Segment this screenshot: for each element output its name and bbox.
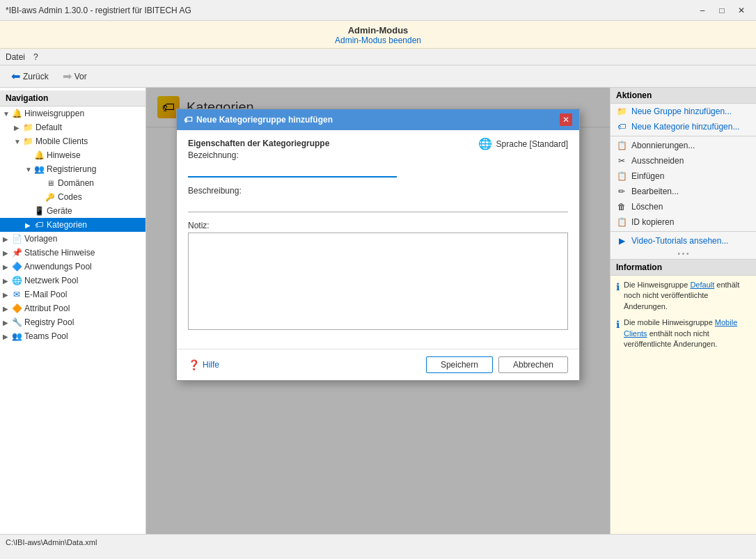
sidebar-item-email-pool[interactable]: ▶ ✉ E-Mail Pool — [0, 288, 145, 301]
sidebar-item-vorlagen[interactable]: ▶ 📄 Vorlagen — [0, 232, 145, 246]
action-subscriptions[interactable]: 📋 Abonnierungen... — [611, 138, 756, 153]
template-icon: 📄 — [11, 233, 22, 244]
group-icon: 👥 — [33, 164, 45, 175]
bezeichnung-input[interactable] — [188, 162, 397, 178]
sidebar: Navigation ▼ 🔔 Hinweisgruppen ▶ 📁 Defaul… — [0, 88, 146, 534]
pool-icon: 🔷 — [11, 261, 22, 272]
sidebar-item-label: Statische Hinweise — [24, 248, 95, 258]
info-link-default[interactable]: Default — [690, 281, 714, 289]
sidebar-item-label: Registry Pool — [24, 317, 74, 327]
admin-mode-link[interactable]: Admin-Modus beenden — [335, 36, 421, 45]
sidebar-item-domaenen[interactable]: ▶ 🖥 Domänen — [0, 176, 145, 190]
close-button[interactable]: ✕ — [732, 3, 750, 17]
sidebar-item-default[interactable]: ▶ 📁 Default — [0, 120, 145, 134]
modal-body: Eigenschaften der Kategoriegruppe 🌐 Spra… — [177, 130, 579, 349]
delete-icon: 🗑 — [616, 202, 627, 212]
sidebar-item-label: Netzwerk Pool — [24, 276, 78, 285]
sidebar-item-label: Codes — [58, 192, 82, 202]
tree-expand-icon: ▼ — [25, 166, 33, 173]
action-video-tutorials[interactable]: ▶ Video-Tutorials ansehen... — [611, 233, 756, 249]
action-label: Bearbeiten... — [631, 187, 679, 196]
help-link[interactable]: ❓ Hilfe — [188, 359, 219, 370]
static-icon: 📌 — [11, 247, 22, 258]
forward-button[interactable]: ➡ Vor — [57, 68, 93, 85]
info-icon-1: ℹ — [616, 281, 620, 312]
tree-expand-icon: ▶ — [3, 305, 11, 313]
info-text-1: Die Hinweisgruppe Default enthält noch n… — [624, 280, 750, 312]
sidebar-item-netzwerk-pool[interactable]: ▶ 🌐 Netzwerk Pool — [0, 274, 145, 288]
information-header: Information — [611, 260, 756, 276]
sidebar-item-geraete[interactable]: ▶ 📱 Geräte — [0, 204, 145, 218]
copy-id-icon: 📋 — [616, 217, 627, 227]
action-cut[interactable]: ✂ Ausschneiden — [611, 153, 756, 168]
registry-icon: 🔧 — [11, 317, 22, 328]
save-button[interactable]: Speichern — [426, 356, 493, 373]
action-paste[interactable]: 📋 Einfügen — [611, 168, 756, 184]
sidebar-item-codes[interactable]: ▶ 🔑 Codes — [0, 190, 145, 204]
sidebar-item-mobile-clients[interactable]: ▼ 📁 Mobile Clients — [0, 134, 145, 148]
notiz-textarea[interactable] — [188, 233, 568, 330]
minimize-button[interactable]: – — [693, 3, 711, 17]
new-group-icon: 📁 — [616, 107, 627, 116]
forward-arrow-icon: ➡ — [63, 70, 72, 83]
sidebar-item-hinweise[interactable]: ▶ 🔔 Hinweise — [0, 148, 145, 162]
back-button[interactable]: ⬅ Zurück — [6, 68, 54, 85]
modal-dialog: 🏷 Neue Kategoriegruppe hinzufügen ✕ Eige… — [176, 109, 580, 381]
beschreibung-input[interactable] — [188, 198, 568, 212]
back-arrow-icon: ⬅ — [11, 70, 20, 83]
title-bar: *IBI-aws Admin 1.30.0 - registriert für … — [0, 0, 756, 21]
modal-overlay: 🏷 Neue Kategoriegruppe hinzufügen ✕ Eige… — [146, 88, 610, 534]
info-link-mobile[interactable]: Mobile Clients — [624, 318, 737, 337]
content-area: 🏷 Kategorien 🏷 Neue Kategoriegruppe hinz… — [146, 88, 610, 534]
toolbar: ⬅ Zurück ➡ Vor — [0, 65, 756, 88]
action-label: Neue Kategorie hinzufügen... — [631, 122, 739, 132]
language-icon: 🌐 — [478, 137, 492, 150]
cancel-button[interactable]: Abbrechen — [498, 356, 568, 373]
info-icon-2: ℹ — [616, 318, 620, 349]
action-new-group[interactable]: 📁 Neue Gruppe hinzufügen... — [611, 104, 756, 119]
action-edit[interactable]: ✏ Bearbeiten... — [611, 184, 756, 199]
window-title: *IBI-aws Admin 1.30.0 - registriert für … — [6, 6, 191, 15]
window-controls: – □ ✕ — [693, 3, 750, 17]
codes-icon: 🔑 — [45, 191, 56, 203]
sidebar-item-registrierung[interactable]: ▼ 👥 Registrierung — [0, 162, 145, 176]
video-icon: ▶ — [616, 236, 627, 246]
sidebar-item-anwendungs-pool[interactable]: ▶ 🔷 Anwendungs Pool — [0, 260, 145, 274]
notiz-label: Notiz: — [188, 221, 568, 230]
sidebar-item-statische-hinweise[interactable]: ▶ 📌 Statische Hinweise — [0, 246, 145, 260]
modal-language[interactable]: 🌐 Sprache [Standard] — [478, 137, 568, 150]
maximize-button[interactable]: □ — [713, 3, 731, 17]
action-label: Löschen — [631, 202, 663, 212]
tree-expand-icon: ▶ — [14, 124, 22, 132]
folder-icon: 📁 — [22, 122, 33, 133]
tree-expand-icon: ▶ — [3, 291, 11, 299]
action-copy-id[interactable]: 📋 ID kopieren — [611, 214, 756, 230]
modal-close-button[interactable]: ✕ — [560, 113, 572, 126]
menu-help[interactable]: ? — [33, 52, 38, 62]
menu-datei[interactable]: Datei — [6, 52, 25, 62]
tree-expand-icon: ▶ — [3, 235, 11, 243]
main-layout: Navigation ▼ 🔔 Hinweisgruppen ▶ 📁 Defaul… — [0, 88, 756, 534]
sidebar-item-label: Default — [36, 123, 62, 132]
action-delete[interactable]: 🗑 Löschen — [611, 199, 756, 214]
info-item-default: ℹ Die Hinweisgruppe Default enthält noch… — [616, 280, 750, 312]
sidebar-item-label: E-Mail Pool — [24, 290, 67, 299]
admin-banner: Admin-Modus Admin-Modus beenden — [0, 21, 756, 49]
action-new-category[interactable]: 🏷 Neue Kategorie hinzufügen... — [611, 119, 756, 134]
sidebar-item-teams-pool[interactable]: ▶ 👥 Teams Pool — [0, 329, 145, 343]
tree-expand-icon: ▶ — [3, 319, 11, 326]
help-icon: ❓ — [188, 359, 200, 370]
beschreibung-label: Beschreibung: — [188, 186, 568, 196]
device-icon: 📱 — [33, 205, 45, 216]
tree-expand-icon: ▶ — [25, 207, 33, 215]
folder-icon: 📁 — [22, 136, 33, 147]
footer-buttons: Speichern Abbrechen — [426, 356, 568, 373]
sidebar-item-attribut-pool[interactable]: ▶ 🔶 Attribut Pool — [0, 301, 145, 315]
info-item-mobile: ℹ Die mobile Hinweisgruppe Mobile Client… — [616, 317, 750, 349]
modal-section-title: Eigenschaften der Kategoriegruppe — [188, 139, 329, 148]
action-label: Abonnierungen... — [631, 141, 695, 150]
sidebar-item-kategorien[interactable]: ▶ 🏷 Kategorien — [0, 218, 145, 232]
tree-expand-icon: ▶ — [36, 194, 45, 201]
sidebar-item-registry-pool[interactable]: ▶ 🔧 Registry Pool — [0, 315, 145, 329]
sidebar-item-hinweisgruppen[interactable]: ▼ 🔔 Hinweisgruppen — [0, 107, 145, 120]
